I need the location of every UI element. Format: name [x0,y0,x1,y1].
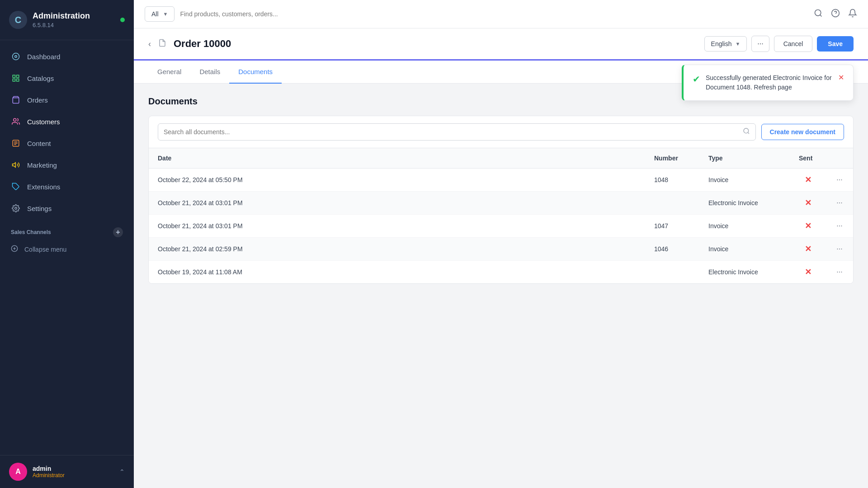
marketing-icon [11,160,21,170]
cell-actions: ··· [826,215,853,238]
row-more-button[interactable]: ··· [835,199,844,207]
tab-general[interactable]: General [148,61,190,84]
cell-date: October 21, 2024 at 02:59 PM [149,238,645,261]
documents-card: Create new document Date Number Type Sen… [148,116,854,284]
table-row: October 21, 2024 at 02:59 PM 1046 Invoic… [149,238,853,261]
tab-documents[interactable]: Documents [229,61,282,84]
row-more-button[interactable]: ··· [835,176,844,184]
sales-channels-label: Sales Channels [11,229,51,235]
svg-point-1 [15,56,17,58]
table-row: October 19, 2024 at 11:08 AM Electronic … [149,261,853,284]
table-row: October 22, 2024 at 05:50 PM 1048 Invoic… [149,169,853,192]
user-info: admin Administrator [33,465,114,479]
cell-date: October 21, 2024 at 03:01 PM [149,215,645,238]
svg-line-16 [820,14,822,16]
sent-x-icon: ✕ [799,267,817,277]
sidebar-item-settings[interactable]: Settings [0,197,134,219]
table-row: October 21, 2024 at 03:01 PM Electronic … [149,192,853,215]
user-role: Administrator [33,472,114,479]
col-header-date: Date [149,148,645,169]
sales-channels-section: Sales Channels + [0,219,134,240]
topbar-icons [814,9,857,20]
search-icon[interactable] [814,9,823,20]
avatar: A [9,463,27,481]
catalogs-icon [11,73,21,83]
sent-x-icon: ✕ [799,175,817,185]
svg-point-15 [815,9,821,15]
toast-notification: ✔ Successfully generated Electronic Invo… [682,65,854,101]
row-more-button[interactable]: ··· [835,245,844,253]
content-icon [11,138,21,148]
cell-actions: ··· [826,261,853,284]
svg-point-11 [15,207,17,210]
search-input[interactable] [180,10,808,18]
main-area: All ▼ ‹ Order 10000 [134,0,868,488]
search-filter-button[interactable]: All ▼ [145,6,175,22]
cell-type: Invoice [699,238,790,261]
toast-message: Successfully generated Electronic Invoic… [706,73,833,92]
row-more-button[interactable]: ··· [835,222,844,230]
documents-toolbar: Create new document [149,116,853,148]
sidebar-item-orders[interactable]: Orders [0,89,134,111]
toast-close-button[interactable]: ✕ [838,73,844,82]
table-row: October 21, 2024 at 03:01 PM 1047 Invoic… [149,215,853,238]
collapse-menu-item[interactable]: Collapse menu [0,240,134,258]
sidebar-item-label: Marketing [27,161,57,169]
more-options-button[interactable]: ··· [751,36,769,52]
svg-rect-5 [17,79,19,81]
back-button[interactable]: ‹ [148,39,151,49]
row-more-button[interactable]: ··· [835,268,844,276]
cell-sent: ✕ [790,261,826,284]
cell-date: October 19, 2024 at 11:08 AM [149,261,645,284]
sidebar-item-label: Orders [27,96,48,104]
sidebar-item-dashboard[interactable]: Dashboard [0,46,134,67]
help-icon[interactable] [831,9,840,20]
cell-number: 1046 [645,238,699,261]
app-title-block: Administration 6.5.8.14 [33,11,115,28]
sidebar-item-label: Customers [27,118,60,126]
col-header-sent: Sent [790,148,826,169]
document-search-input[interactable] [164,128,739,136]
sidebar-item-marketing[interactable]: Marketing [0,154,134,176]
sidebar-item-content[interactable]: Content [0,132,134,154]
sidebar-item-catalogs[interactable]: Catalogs [0,67,134,89]
cell-number: 1047 [645,215,699,238]
document-icon [158,39,166,49]
app-name: Administration [33,11,115,21]
add-sales-channel-button[interactable]: + [113,227,123,237]
language-select[interactable]: English ▼ [704,36,747,52]
svg-rect-2 [13,75,15,77]
svg-marker-9 [13,163,16,168]
tab-details[interactable]: Details [190,61,229,84]
notifications-icon[interactable] [848,9,857,20]
app-logo: C [9,11,27,29]
sidebar-item-extensions[interactable]: Extensions [0,176,134,197]
svg-line-20 [748,132,749,134]
topbar: All ▼ [134,0,868,28]
cell-actions: ··· [826,238,853,261]
chevron-up-icon[interactable]: ⌃ [119,468,125,475]
page-title: Order 10000 [174,38,697,50]
user-name: admin [33,465,114,472]
app-version: 6.5.8.14 [33,22,115,28]
extensions-icon [11,182,21,192]
create-document-button[interactable]: Create new document [761,124,844,140]
dropdown-arrow-icon: ▼ [163,11,168,17]
sidebar-footer: A admin Administrator ⌃ [0,455,134,488]
orders-icon [11,95,21,105]
status-dot [120,18,125,22]
search-input-wrap [180,10,808,18]
search-filter-label: All [151,10,159,18]
sidebar: C Administration 6.5.8.14 Dashboard Cata… [0,0,134,488]
svg-point-0 [13,53,19,60]
sidebar-item-label: Catalogs [27,75,54,82]
language-dropdown-arrow: ▼ [735,41,740,47]
svg-point-19 [744,128,749,133]
cancel-button[interactable]: Cancel [774,36,813,52]
success-icon: ✔ [693,74,700,84]
save-button[interactable]: Save [817,36,854,52]
cell-number [645,261,699,284]
sidebar-item-customers[interactable]: Customers [0,111,134,132]
svg-rect-3 [17,75,19,77]
sidebar-item-label: Extensions [27,183,60,191]
